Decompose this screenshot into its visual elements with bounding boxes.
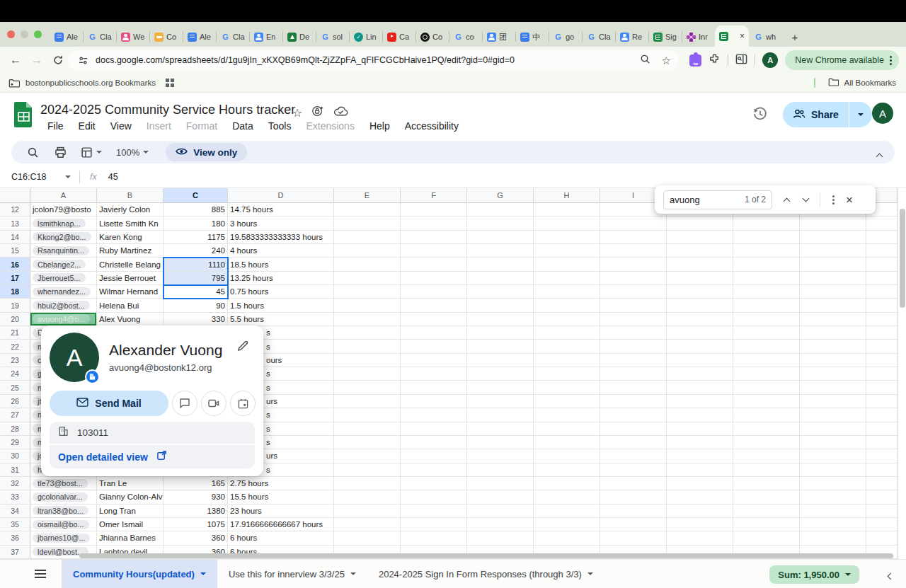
- cell-D13[interactable]: 3 hours: [228, 217, 334, 230]
- cell-14-col5[interactable]: [401, 231, 467, 244]
- extension-tw-icon[interactable]: tw: [689, 54, 701, 67]
- cell-A35[interactable]: oismail@bo...: [30, 518, 97, 531]
- cell-33-col8[interactable]: [600, 490, 667, 504]
- row-header-16[interactable]: 16: [0, 258, 30, 271]
- cell-D17[interactable]: 13.25 hours: [228, 272, 334, 285]
- cell-29-col11[interactable]: [800, 436, 866, 449]
- row-header-26[interactable]: 26: [0, 395, 30, 408]
- cell-26-col10[interactable]: [733, 395, 800, 408]
- cell-D34[interactable]: 23 hours: [228, 505, 334, 518]
- browser-tab[interactable]: Lin: [349, 27, 382, 47]
- cell-16-col7[interactable]: [534, 258, 600, 271]
- cell-32-col4[interactable]: [334, 477, 401, 490]
- tab-close-icon[interactable]: ×: [740, 32, 745, 40]
- cell-22-col11[interactable]: [800, 340, 866, 353]
- zoom-window-button[interactable]: [34, 30, 42, 38]
- cell-21-col6[interactable]: [467, 326, 534, 340]
- cell-30-col10[interactable]: [733, 449, 800, 463]
- cell-36-col6[interactable]: [467, 531, 534, 545]
- row-header-28[interactable]: 28: [0, 422, 30, 436]
- cell-17-col7[interactable]: [534, 272, 600, 285]
- row-header-37[interactable]: 37: [0, 546, 30, 559]
- cell-28-col10[interactable]: [733, 422, 800, 436]
- cell-31-col7[interactable]: [534, 463, 600, 477]
- cell-17-col11[interactable]: [800, 272, 866, 285]
- cell-12-col4[interactable]: [334, 203, 401, 217]
- new-tab-button[interactable]: +: [786, 27, 803, 47]
- menu-view[interactable]: View: [103, 119, 139, 133]
- cell-19-col5[interactable]: [401, 299, 467, 312]
- cell-25-col6[interactable]: [467, 381, 534, 394]
- cell-13-col11[interactable]: [800, 217, 866, 230]
- cell-15-col12[interactable]: [866, 244, 898, 258]
- cell-36-col12[interactable]: [866, 531, 898, 545]
- cell-30-col7[interactable]: [534, 449, 600, 463]
- cell-A17[interactable]: Jberrouet5...: [30, 272, 97, 285]
- cell-21-col10[interactable]: [733, 326, 800, 340]
- sum-pill[interactable]: Sum: 1,950.00: [769, 565, 859, 584]
- minimize-window-button[interactable]: [21, 30, 28, 38]
- cell-B20[interactable]: Alex Vuong: [97, 313, 164, 326]
- cell-17-col10[interactable]: [733, 272, 800, 285]
- cell-30-col5[interactable]: [401, 449, 467, 463]
- row-header-30[interactable]: 30: [0, 449, 30, 463]
- cell-D16[interactable]: 18.5 hours: [228, 258, 334, 271]
- cell-36-col5[interactable]: [401, 531, 467, 545]
- cell-30-col9[interactable]: [667, 449, 733, 463]
- cell-33-col6[interactable]: [467, 490, 534, 504]
- row-header-14[interactable]: 14: [0, 231, 30, 244]
- cell-14-col10[interactable]: [733, 231, 800, 244]
- cell-19-col11[interactable]: [800, 299, 866, 312]
- cell-13-col7[interactable]: [534, 217, 600, 230]
- browser-tab-active[interactable]: ×: [715, 25, 749, 47]
- cell-26-col9[interactable]: [667, 395, 733, 408]
- browser-tab[interactable]: Ale: [50, 27, 83, 47]
- zoom-page-icon[interactable]: [640, 54, 650, 67]
- cell-15-col4[interactable]: [334, 244, 401, 258]
- browser-tab[interactable]: Inr: [682, 27, 715, 47]
- cell-22-col6[interactable]: [467, 340, 534, 353]
- chrome-update-pill[interactable]: New Chrome available: [785, 50, 899, 70]
- cell-24-col5[interactable]: [401, 367, 467, 381]
- row-header-20[interactable]: 20: [0, 313, 30, 326]
- formula-value[interactable]: 45: [108, 172, 118, 182]
- cell-13-col8[interactable]: [600, 217, 667, 230]
- cell-20-col9[interactable]: [667, 313, 733, 326]
- row-header-13[interactable]: 13: [0, 217, 30, 230]
- cell-A13[interactable]: lsmithknap...: [30, 217, 97, 230]
- scroll-tabs-left-button[interactable]: [888, 569, 893, 582]
- cell-34-col11[interactable]: [800, 505, 866, 518]
- menu-help[interactable]: Help: [362, 119, 397, 133]
- cell-25-col7[interactable]: [534, 381, 600, 394]
- bookmarks-folder-label[interactable]: bostonpublicschools.org Bookmarks: [25, 79, 156, 87]
- cell-33-col7[interactable]: [534, 490, 600, 504]
- cell-20-col7[interactable]: [534, 313, 600, 326]
- cell-12-col7[interactable]: [534, 203, 600, 217]
- cell-17-col8[interactable]: [600, 272, 667, 285]
- browser-tab[interactable]: Co: [415, 27, 449, 47]
- cell-15-col6[interactable]: [467, 244, 534, 258]
- row-header-31[interactable]: 31: [0, 463, 30, 477]
- cell-C15[interactable]: 240: [164, 244, 228, 258]
- browser-tab[interactable]: 团: [482, 27, 515, 47]
- cell-17-col5[interactable]: [401, 272, 467, 285]
- cell-24-col8[interactable]: [600, 367, 667, 381]
- cell-32-col11[interactable]: [800, 477, 866, 490]
- cell-14-col4[interactable]: [334, 231, 401, 244]
- edit-contact-icon[interactable]: [236, 340, 249, 355]
- version-history-icon[interactable]: [752, 106, 768, 125]
- cell-19-col12[interactable]: [866, 299, 898, 312]
- cell-24-col4[interactable]: [334, 367, 401, 381]
- cell-A32[interactable]: tle73@bost...: [30, 477, 97, 490]
- share-button[interactable]: Share: [783, 102, 872, 127]
- cell-36-col9[interactable]: [667, 531, 733, 545]
- cell-31-col9[interactable]: [667, 463, 733, 477]
- horizontal-scrollbar-thumb[interactable]: [79, 553, 893, 558]
- open-detailed-view-link[interactable]: Open detailed view: [58, 451, 148, 463]
- star-document-icon[interactable]: ☆: [292, 106, 302, 120]
- cell-34-col12[interactable]: [866, 505, 898, 518]
- cell-35-col7[interactable]: [534, 518, 600, 531]
- cell-21-col12[interactable]: [866, 326, 898, 340]
- cell-27-col9[interactable]: [667, 408, 733, 422]
- cell-29-col10[interactable]: [733, 436, 800, 449]
